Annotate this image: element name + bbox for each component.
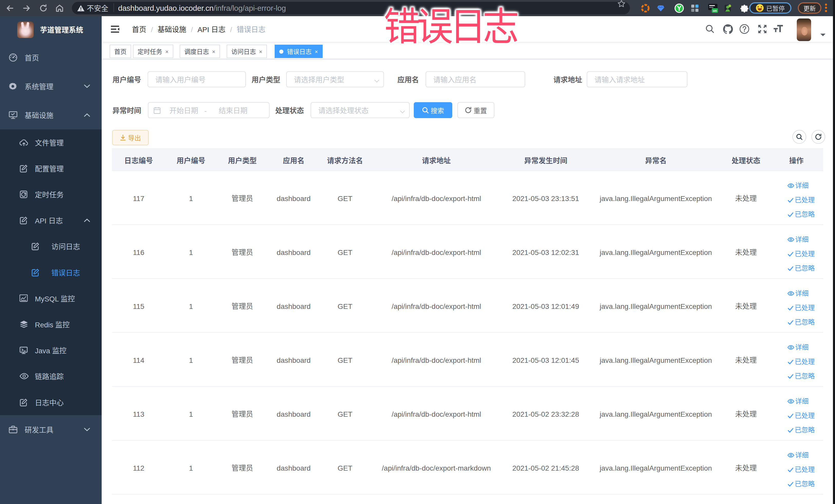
svg-text:on: on xyxy=(713,9,717,13)
